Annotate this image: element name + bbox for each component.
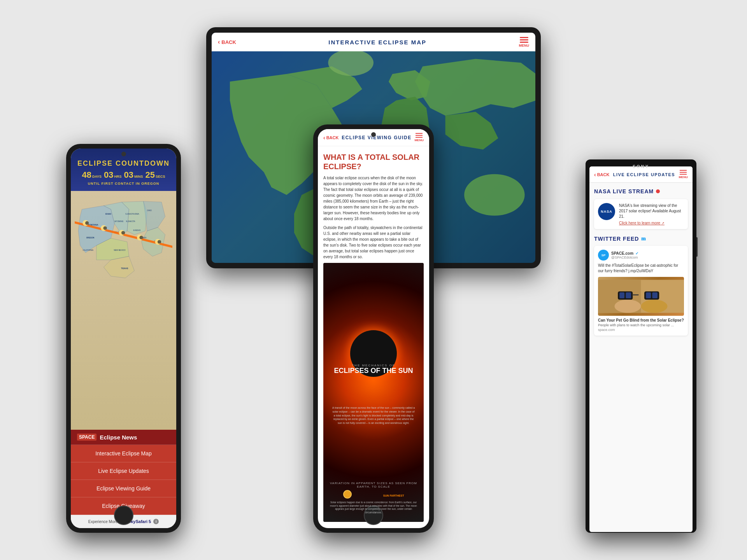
right-menu-button[interactable]: MENU (679, 170, 688, 179)
mid-menu-label: MENU (414, 138, 424, 142)
article-content: WHAT IS A TOTAL SOLAR ECLIPSE? A total s… (318, 146, 429, 528)
svg-text:OHIO: OHIO (147, 210, 152, 212)
infographic-footer: Solar eclipses happen due to a cosmic co… (327, 501, 420, 514)
verified-badge: ✓ (635, 251, 638, 256)
mid-phone-camera (371, 132, 376, 137)
timer-hrs-num: 03 (104, 170, 113, 180)
svg-text:KANSAS: KANSAS (133, 229, 141, 231)
menu-title-text: Eclipse News (100, 434, 137, 441)
left-phone-home-button[interactable] (114, 506, 133, 525)
nasa-card-body: NASA's live streaming view of the 2017 s… (619, 203, 684, 225)
tweet-source: space.com (598, 328, 684, 332)
mid-nav-title: ECLIPSE VIEWING GUIDE (342, 135, 412, 140)
svg-rect-38 (646, 292, 651, 298)
menu-item-label-2: Eclipse Viewing Guide (77, 485, 170, 492)
left-phone-camera (121, 152, 126, 156)
svg-text:S.DAKOTA: S.DAKOTA (125, 213, 135, 215)
nasa-link-text: Click here to learn more (619, 221, 660, 225)
nasa-learn-more-link[interactable]: Click here to learn more ↗ (619, 221, 684, 225)
right-back-chevron: ‹ (594, 172, 596, 178)
tablet-back-button[interactable]: ‹ BACK (218, 38, 236, 46)
article-title: WHAT IS A TOTAL SOLAR ECLIPSE? (323, 152, 424, 171)
sony-brand-label: SONY (633, 164, 649, 169)
live-indicator (656, 189, 660, 193)
info-icon[interactable]: i (153, 519, 159, 524)
eclipse-infographic: THE MECHANICS OF ECLIPSES OF THE SUN A t… (323, 263, 424, 522)
svg-text:N.DAKOTA: N.DAKOTA (126, 220, 135, 222)
tweet-body: Will the #TotalSolarEclipse be cat-astro… (598, 263, 678, 273)
timer-mins-label: MINS (134, 175, 143, 178)
eclipse-countdown-timer: 48 DAYS 03 HRS 03 MINS 25 SECS (76, 170, 171, 180)
left-phone-device: ECLIPSE COUNTDOWN 48 DAYS 03 HRS 03 MINS (66, 144, 181, 533)
svg-text:OREGON: OREGON (86, 237, 95, 239)
menu-item-viewing-guide[interactable]: Eclipse Viewing Guide (71, 480, 176, 497)
tablet-back-label: BACK (221, 39, 236, 45)
timer-days: 48 DAYS (82, 170, 102, 180)
mid-back-button[interactable]: ‹ BACK (323, 135, 338, 141)
tweet-image-svg (598, 277, 684, 316)
article-body-1: A total solar eclipse occurs when the di… (323, 175, 424, 222)
svg-point-32 (641, 300, 668, 313)
mid-phone-device: ‹ BACK ECLIPSE VIEWING GUIDE MENU WHAT I… (313, 124, 434, 533)
timer-days-num: 48 (82, 170, 91, 180)
tweet-card: SP SPACE.com ✓ @SPACEdotcom (594, 246, 688, 336)
phone-side-button[interactable] (696, 237, 698, 257)
right-back-button[interactable]: ‹ BACK (594, 172, 609, 178)
menu-item-label-0: Interactive Eclipse Map (77, 450, 170, 457)
tweet-text: Will the #TotalSolarEclipse be cat-astro… (598, 263, 684, 274)
mid-menu-button[interactable]: MENU (414, 133, 424, 142)
menu-item-label-1: Live Eclipse Updates (77, 468, 170, 474)
eclipse-map-image: MONTANA IDAHO OREGON CALIFORNIA WYOMING … (71, 191, 176, 430)
svg-text:IDAHO: IDAHO (105, 213, 111, 215)
right-phone-screen: ‹ BACK LIVE ECLIPSE UPDATES MENU NASA LI… (589, 166, 693, 532)
menu-title-row: SPACE Eclipse News (71, 430, 176, 445)
mid-phone-screen: ‹ BACK ECLIPSE VIEWING GUIDE MENU WHAT I… (318, 129, 429, 528)
timer-days-label: DAYS (92, 175, 102, 178)
nasa-description: NASA's live streaming view of the 2017 s… (619, 203, 684, 219)
nasa-section-heading: NASA LIVE STREAM (594, 188, 688, 194)
svg-text:CALIFORNIA: CALIFORNIA (82, 249, 94, 251)
earth-size (343, 490, 352, 499)
tweet-handle: @SPACEdotcom (611, 256, 638, 259)
svg-point-25 (103, 226, 107, 230)
us-map-svg: MONTANA IDAHO OREGON CALIFORNIA WYOMING … (75, 195, 172, 282)
svg-text:IOWA: IOWA (134, 213, 139, 215)
twitter-section-title: TWITTER FEED (594, 236, 639, 242)
right-menu-label: MENU (679, 175, 688, 179)
tweet-user-info: SPACE.com ✓ @SPACEdotcom (611, 251, 638, 259)
tablet-menu-button[interactable]: MENU (519, 37, 530, 47)
svg-rect-34 (619, 292, 624, 298)
timer-mins-num: 03 (124, 170, 133, 180)
left-phone-screen: ECLIPSE COUNTDOWN 48 DAYS 03 HRS 03 MINS (71, 149, 176, 528)
right-phone-content: NASA LIVE STREAM NASA NASA's live stream… (589, 183, 693, 532)
right-back-label: BACK (597, 172, 610, 177)
svg-point-26 (121, 231, 125, 234)
timer-secs-label: SECS (156, 175, 165, 178)
tweet-name: SPACE.com ✓ (611, 251, 638, 256)
tablet-header: ‹ BACK INTERACTIVE ECLIPSE MAP MENU (212, 33, 535, 51)
tweet-name-text: SPACE.com (611, 251, 633, 256)
timer-mins: 03 MINS (124, 170, 143, 180)
svg-text:NEW MEXICO: NEW MEXICO (114, 249, 126, 251)
svg-text:TEXAS: TEXAS (121, 267, 128, 270)
tweet-avatar-text: SP (601, 254, 606, 257)
tweet-header: SP SPACE.com ✓ @SPACEdotcom (598, 250, 684, 261)
menu-item-interactive-map[interactable]: Interactive Eclipse Map (71, 445, 176, 462)
tweet-image-sub: People with plans to watch the upcoming … (598, 323, 684, 328)
nasa-section-title: NASA LIVE STREAM (594, 188, 654, 194)
tweet-user: SP SPACE.com ✓ @SPACEdotcom (598, 250, 638, 261)
mid-hamburger-icon (416, 133, 423, 138)
tablet-title: INTERACTIVE ECLIPSE MAP (328, 39, 426, 46)
article-body-2: Outside the path of totality, skywatcher… (323, 225, 424, 260)
svg-point-24 (85, 221, 89, 225)
tweet-image (598, 277, 684, 316)
svg-rect-35 (626, 292, 631, 298)
menu-item-live-updates[interactable]: Live Eclipse Updates (71, 462, 176, 480)
space-logo: SPACE (77, 434, 96, 441)
mid-back-chevron: ‹ (323, 135, 325, 141)
earth-circle (343, 490, 352, 499)
right-phone-device: SONY ‹ BACK LIVE ECLIPSE UPDATES MENU (586, 159, 696, 533)
infographic-text-top: THE MECHANICS OF ECLIPSES OF THE SUN (334, 360, 413, 375)
svg-point-31 (615, 300, 641, 313)
svg-text:WYOMING: WYOMING (114, 220, 124, 222)
